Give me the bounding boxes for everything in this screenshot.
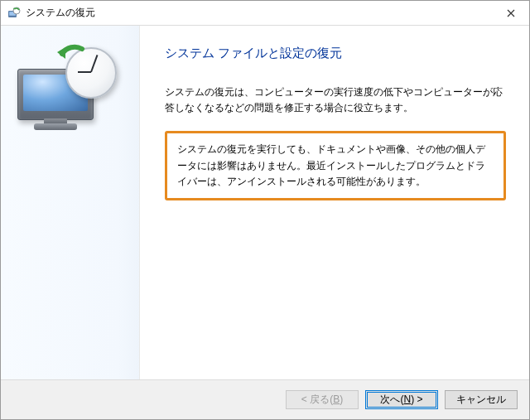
system-restore-wizard-window: システムの復元 システム ファイルと設定の復 [0,0,530,420]
next-button-suffix: ) > [411,393,422,405]
back-button: < 戻る(B) [286,390,359,409]
next-button-prefix: 次へ( [380,393,403,405]
close-icon [507,7,515,20]
back-button-key: B [333,393,340,405]
intro-text: システムの復元は、コンピューターの実行速度の低下やコンピューターが応答しなくなる… [165,84,506,116]
next-button[interactable]: 次へ(N) > [365,390,438,409]
wizard-footer: < 戻る(B) 次へ(N) > キャンセル [1,379,529,419]
svg-marker-4 [57,47,65,59]
title-bar: システムの復元 [1,1,529,26]
page-heading: システム ファイルと設定の復元 [165,46,506,61]
wizard-sidebar [1,26,140,379]
highlight-note: システムの復元を実行しても、ドキュメントや画像、その他の個人データには影響はあり… [165,131,506,200]
close-button[interactable] [492,1,529,25]
cancel-button[interactable]: キャンセル [445,390,518,409]
system-restore-icon [7,7,21,20]
back-button-suffix: ) [340,393,343,405]
window-title: システムの復元 [26,6,492,20]
next-button-key: N [403,393,411,405]
restore-clock-icon [9,41,125,132]
wizard-content: システム ファイルと設定の復元 システムの復元は、コンピューターの実行速度の低下… [140,26,529,379]
back-button-prefix: < 戻る( [301,393,333,405]
wizard-body: システム ファイルと設定の復元 システムの復元は、コンピューターの実行速度の低下… [1,26,529,379]
